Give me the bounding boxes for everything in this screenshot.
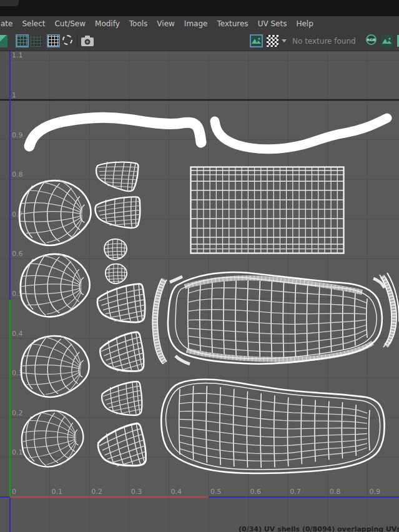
uv-shell-sole-top[interactable] <box>152 272 399 364</box>
maya-uv-editor-window: { "window": { "status_line": "(0/34) UV … <box>0 0 399 532</box>
uv-shell-ball-4[interactable] <box>20 408 86 468</box>
uv-shell-collar-band-right[interactable] <box>215 118 387 149</box>
uv-shell-ball-3[interactable] <box>20 333 91 399</box>
uv-shells-layer <box>0 0 399 532</box>
uv-shell-fan-1[interactable] <box>94 158 139 192</box>
status-bar-text: (0/34) UV shells (0/8094) overlapping UV… <box>239 525 399 532</box>
uv-shell-fan-5[interactable] <box>101 381 144 418</box>
uv-shell-fan-2[interactable] <box>96 197 140 228</box>
uv-shell-fan-3[interactable] <box>96 283 147 327</box>
uv-shell-sole-bottom[interactable] <box>161 380 384 473</box>
uv-shell-mini-2[interactable] <box>106 264 127 283</box>
uv-shell-ball-2[interactable] <box>21 254 90 317</box>
uv-shell-collar-band-left[interactable] <box>29 117 201 146</box>
uv-shell-fan-4[interactable] <box>97 332 146 377</box>
uv-shell-fan-6[interactable] <box>95 423 149 473</box>
uv-shell-mini-1[interactable] <box>104 239 127 260</box>
uv-shell-ball-1[interactable] <box>19 180 91 245</box>
uv-shell-checker-rectangle[interactable] <box>191 167 344 254</box>
